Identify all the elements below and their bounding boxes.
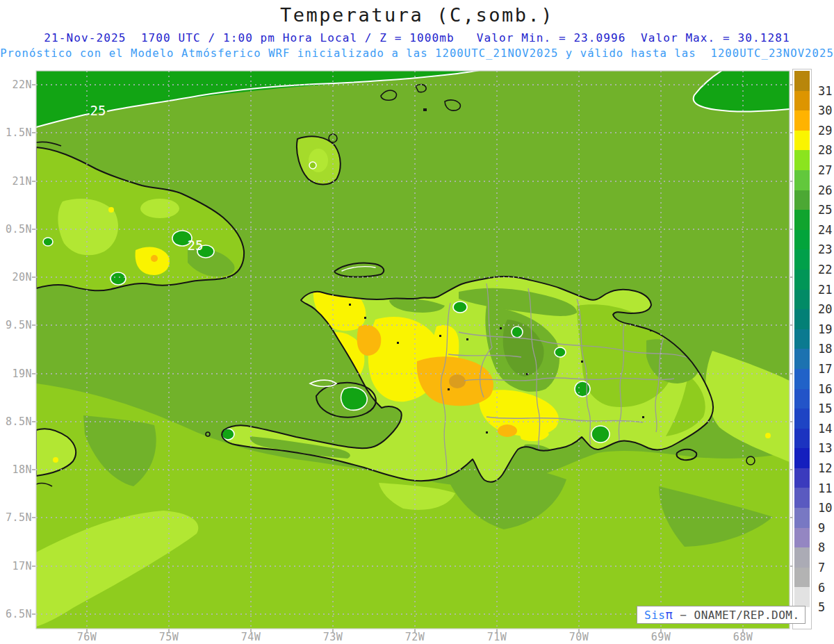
colorbar-label: 14 [818, 422, 832, 436]
y-axis-label: 8.5N [0, 415, 32, 428]
x-axis-label: 70W [564, 631, 594, 643]
watermark-separator: − [673, 609, 694, 622]
colorbar-label: 31 [818, 84, 832, 98]
colorbar-segment [794, 349, 810, 369]
x-axis-label: 71W [482, 631, 512, 643]
weather-map-page: { "header": { "title": "Temperatura (C,s… [0, 0, 834, 644]
colorbar-label: 9 [818, 521, 825, 535]
colorbar-segment [794, 369, 810, 389]
x-axis-label: 74W [236, 631, 266, 643]
map-svg: 2525 [25, 66, 792, 634]
colorbar-segment [794, 170, 810, 190]
colorbar-segment [794, 448, 810, 468]
pi-symbol: π [665, 608, 673, 622]
colorbar-segment [794, 110, 810, 131]
colorbar-label: 26 [818, 183, 832, 197]
colorbar-segment [794, 230, 810, 250]
jamaica-warm-speck [53, 457, 58, 463]
colorbar-segment [794, 309, 810, 329]
colorbar-label: 28 [818, 143, 832, 157]
colorbar-segment [794, 150, 810, 170]
colorbar-label: 30 [818, 104, 832, 117]
colorbar-segment [794, 91, 810, 111]
x-axis-label: 68W [728, 631, 758, 643]
page-title: Temperatura (C,somb.) [0, 4, 834, 26]
contour-label: 25 [188, 238, 204, 253]
colorbar-segment [794, 528, 810, 548]
y-axis-label: 18N [0, 463, 32, 476]
y-axis-label: 17N [0, 560, 32, 572]
colorbar-label: 17 [818, 362, 832, 376]
colorbar-segment [794, 290, 810, 310]
colorbar-label: 7 [818, 561, 825, 575]
y-axis-label: 9.5N [0, 319, 32, 331]
colorbar-segment [794, 568, 810, 588]
contour-label: 25 [90, 103, 106, 118]
colorbar-label: 13 [818, 441, 832, 455]
x-axis-label: 69W [646, 631, 676, 643]
x-axis-label: 73W [318, 631, 348, 643]
colorbar-segment [794, 468, 810, 488]
colorbar-segment [794, 131, 810, 151]
colorbar-segment [794, 270, 810, 290]
colorbar-label: 22 [818, 263, 832, 276]
colorbar-label: 12 [818, 461, 832, 475]
colorbar-segment [794, 389, 810, 409]
colorbar-segment [794, 210, 810, 230]
inagua-ring [309, 162, 316, 169]
map-field-layers: 2525 [36, 70, 790, 629]
colorbar [792, 69, 812, 629]
colorbar-label: 29 [818, 124, 832, 138]
warm-speck-east [765, 433, 771, 438]
subtitle-forecast-time: 21-Nov-2025 1700 UTC / 1:00 pm Hora Loca… [0, 31, 834, 44]
colorbar-segment [794, 190, 810, 210]
y-axis-label: 6.5N [0, 608, 32, 620]
colorbar-label: 15 [818, 402, 832, 415]
colorbar-segment [794, 547, 810, 568]
colorbar-label: 27 [818, 163, 832, 177]
colorbar-segment [794, 71, 810, 91]
colorbar-label: 23 [818, 242, 832, 256]
colorbar-label: 5 [818, 600, 825, 614]
colorbar-label: 10 [818, 501, 832, 515]
y-axis-label: 7.5N [0, 511, 32, 524]
gonave-cool-blob [341, 388, 368, 411]
colorbar-label: 11 [818, 481, 832, 495]
watermark: Sisπ − ONAMET/REP.DOM. [637, 606, 806, 624]
subtitle-model-info: Pronóstico con el Modelo Atmósferico WRF… [0, 47, 834, 60]
colorbar-label: 24 [818, 223, 832, 237]
y-axis-label: 0.5N [0, 223, 32, 236]
y-axis-label: 22N [0, 79, 32, 91]
x-axis-label: 72W [400, 631, 430, 643]
y-axis-label: 19N [0, 368, 32, 380]
colorbar-label: 8 [818, 540, 825, 554]
x-axis-label: 76W [72, 631, 102, 643]
colorbar-segment [794, 488, 810, 508]
colorbar-segment [794, 508, 810, 528]
colorbar-label: 19 [818, 322, 832, 336]
colorbar-label: 18 [818, 342, 832, 356]
y-axis-label: 20N [0, 271, 32, 283]
colorbar-label: 6 [818, 581, 825, 595]
colorbar-segment [794, 408, 810, 429]
colorbar-segment [794, 329, 810, 349]
colorbar-label: 20 [818, 302, 832, 316]
colorbar-segment [794, 429, 810, 449]
x-axis-label: 75W [154, 631, 184, 643]
colorbar-label: 21 [818, 283, 832, 297]
y-axis-label: 1.5N [0, 126, 32, 139]
colorbar-label: 16 [818, 382, 832, 396]
watermark-brand: Sis [644, 609, 665, 622]
watermark-agency: ONAMET/REP.DOM. [694, 609, 800, 622]
y-axis-label: 21N [0, 175, 32, 188]
colorbar-segment [794, 249, 810, 270]
colorbar-segment [794, 587, 810, 607]
colorbar-label: 25 [818, 203, 832, 217]
